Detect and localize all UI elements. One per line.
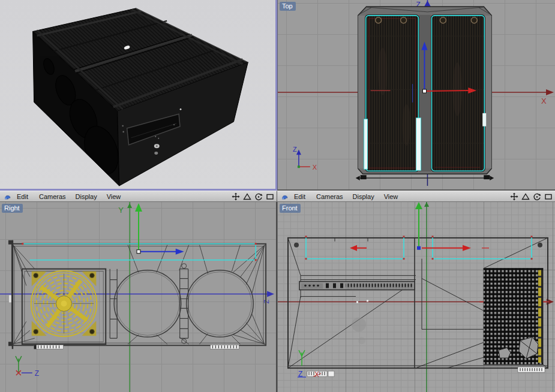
selected-edge-strip	[538, 270, 541, 363]
viewport-top[interactable]: Top X Z	[277, 0, 555, 191]
maximize-view-icon[interactable]	[544, 192, 553, 201]
viewport-tools	[231, 192, 277, 201]
menu-item-cameras[interactable]: Cameras	[39, 193, 66, 200]
viewport-label-top: Top	[280, 2, 296, 11]
axis-indicator: Z	[16, 356, 39, 378]
scale-view-icon[interactable]	[521, 192, 530, 201]
menu-item-edit[interactable]: Edit	[294, 193, 305, 200]
menu-item-display[interactable]: Display	[353, 193, 374, 200]
move-view-icon[interactable]	[231, 192, 240, 201]
top-view-scene: X Z	[278, 0, 555, 189]
front-view-scene: Z X	[278, 202, 555, 392]
panel-menu-icon[interactable]	[3, 192, 12, 201]
move-view-icon[interactable]	[509, 192, 518, 201]
rotate-view-icon[interactable]	[254, 192, 263, 201]
viewport-front[interactable]: Front	[278, 202, 555, 392]
x-axis-label: X	[541, 97, 547, 105]
perspective-render-pc-case	[0, 0, 275, 189]
indicator-x-label: X	[313, 164, 317, 171]
y-axis-label: Y	[118, 206, 124, 215]
right-view-scene: Y Z	[0, 202, 276, 392]
panel-menu-icon[interactable]	[280, 192, 289, 201]
viewport-tools	[509, 192, 555, 201]
viewport-menubar-front-view: Edit Cameras Display View	[277, 191, 555, 202]
ruler-strip	[518, 367, 545, 372]
maximize-view-icon[interactable]	[265, 192, 274, 201]
viewport-menubar-right-view: Edit Cameras Display View	[0, 191, 277, 202]
y-axis: Y	[118, 202, 132, 392]
texture-blob	[352, 317, 366, 331]
axis-indicator: Z X	[298, 350, 334, 379]
rotate-view-icon[interactable]	[532, 192, 541, 201]
indicator-z-label: Z	[293, 146, 297, 153]
indicator-z-label: Z	[35, 369, 39, 378]
perforated-grill	[479, 269, 549, 364]
menu-item-view[interactable]: View	[107, 193, 121, 200]
case-right-view-wireframe	[8, 240, 266, 349]
menu-item-cameras[interactable]: Cameras	[316, 193, 343, 200]
viewport-label-front: Front	[280, 204, 301, 213]
viewport-right[interactable]: Right Y Z	[0, 202, 277, 392]
scale-view-icon[interactable]	[242, 192, 251, 201]
move-gizmo[interactable]	[135, 203, 184, 255]
viewport-perspective[interactable]	[0, 0, 277, 191]
menu-item-view[interactable]: View	[384, 193, 398, 200]
axis-indicator: Z X	[293, 146, 317, 171]
case-top-view	[356, 7, 494, 180]
menu-item-display[interactable]: Display	[76, 193, 97, 200]
move-gizmo[interactable]	[350, 202, 489, 251]
radiator-panel-left[interactable]	[365, 15, 419, 171]
io-slot-strip	[299, 282, 415, 290]
menu-item-edit[interactable]: Edit	[17, 193, 28, 200]
selected-fan[interactable]	[26, 266, 103, 342]
viewport-label-right: Right	[2, 204, 23, 213]
application-window: { "viewport_labels": { "top": "Top", "ri…	[0, 0, 555, 392]
